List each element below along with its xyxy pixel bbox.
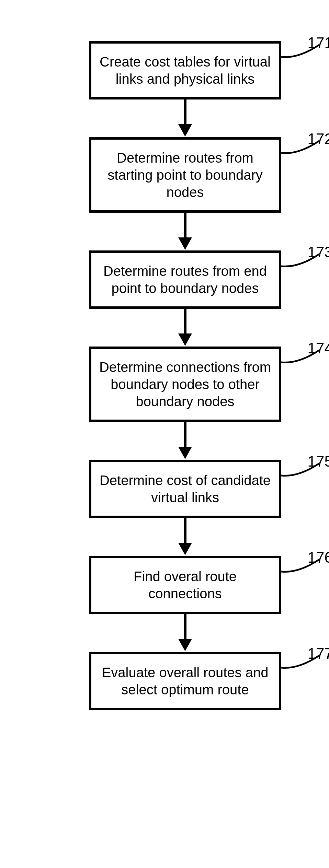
arrow-icon: [175, 309, 195, 347]
step-box: Determine connections from boundary node…: [89, 347, 281, 422]
arrow-icon: [175, 213, 195, 250]
flowchart-step: 175 Determine cost of candidate virtual …: [89, 460, 281, 518]
svg-marker-3: [178, 237, 192, 250]
flowchart-step: 176 Find overal route connections: [89, 556, 281, 614]
step-label: 177: [308, 645, 329, 662]
flowchart-step: 171 Create cost tables for virtual links…: [89, 41, 281, 99]
step-label: 174: [308, 340, 329, 357]
step-box: Determine routes from end point to bound…: [89, 250, 281, 309]
step-box: Create cost tables for virtual links and…: [89, 41, 281, 99]
step-box: Find overal route connections: [89, 556, 281, 614]
arrow-down: [89, 518, 281, 556]
flowchart-step: 177 Evaluate overall routes and select o…: [89, 652, 281, 710]
arrow-down: [89, 614, 281, 652]
arrow-down: [89, 309, 281, 347]
arrow-down: [89, 99, 281, 137]
step-box: Evaluate overall routes and select optim…: [89, 652, 281, 710]
arrow-icon: [175, 518, 195, 556]
step-label: 176: [308, 549, 329, 566]
svg-marker-9: [178, 543, 192, 555]
svg-marker-11: [178, 639, 192, 651]
flowchart-step: 173 Determine routes from end point to b…: [89, 250, 281, 309]
step-box: Determine routes from starting point to …: [89, 137, 281, 213]
flowchart: 171 Create cost tables for virtual links…: [0, 0, 329, 751]
flowchart-step: 172 Determine routes from starting point…: [89, 137, 281, 213]
svg-marker-7: [178, 447, 192, 459]
flowchart-step: 174 Determine connections from boundary …: [89, 347, 281, 422]
step-label: 171: [308, 34, 329, 51]
arrow-icon: [175, 422, 195, 460]
step-label: 173: [308, 244, 329, 261]
step-box: Determine cost of candidate virtual link…: [89, 460, 281, 518]
step-label: 175: [308, 453, 329, 470]
svg-marker-1: [178, 124, 192, 137]
arrow-icon: [175, 99, 195, 137]
arrow-icon: [175, 614, 195, 652]
svg-marker-5: [178, 333, 192, 346]
arrow-down: [89, 422, 281, 460]
arrow-down: [89, 213, 281, 250]
step-label: 172: [308, 130, 329, 148]
